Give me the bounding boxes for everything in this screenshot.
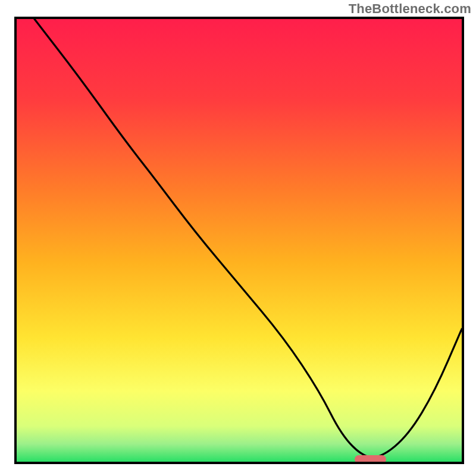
plot-frame bbox=[14, 17, 464, 464]
plot-svg bbox=[17, 19, 462, 462]
optimal-marker bbox=[355, 455, 386, 464]
bottleneck-chart: TheBottleneck.com bbox=[0, 0, 476, 476]
watermark-label: TheBottleneck.com bbox=[349, 1, 471, 17]
gradient-background bbox=[17, 19, 462, 462]
